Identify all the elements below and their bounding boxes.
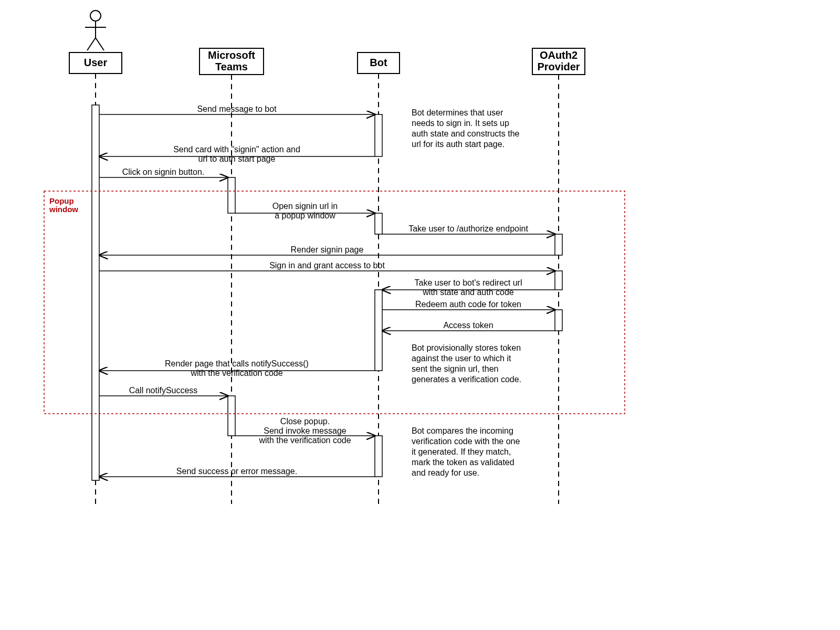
- activation-bot-4: [375, 436, 382, 477]
- note-3-d: mark the token as validated: [412, 458, 514, 467]
- note-2-c: sent the signin url, then: [412, 364, 498, 373]
- activation-oauth-1: [555, 234, 562, 255]
- msg-click-signin-label: Click on signin button.: [122, 167, 205, 176]
- activation-bot-1: [375, 114, 382, 156]
- msg-open-popup-label-a: Open signin url in: [272, 202, 338, 211]
- note-1-d: url for its auth start page.: [412, 140, 505, 149]
- activation-oauth-3: [555, 310, 562, 331]
- msg-invoke-label-a: Close popup.: [280, 417, 330, 426]
- sequence-diagram: User Microsoft Teams Bot OAuth2 Provider…: [0, 0, 840, 630]
- note-3-a: Bot compares the incoming: [412, 426, 513, 435]
- msg-redeem-label: Redeem auth code for token: [415, 300, 521, 309]
- note-1-a: Bot determines that user: [412, 108, 503, 117]
- msg-notify-page-label-b: with the verification code: [190, 369, 282, 377]
- msg-invoke-label-b: Send invoke message: [264, 426, 346, 435]
- activation-bot-3: [375, 290, 382, 371]
- msg-token-label: Access token: [443, 321, 493, 330]
- popup-label-1: Popup: [49, 196, 74, 205]
- note-3-c: it generated. If they match,: [412, 447, 511, 456]
- msg-grant-access-label: Sign in and grant access to bot: [269, 261, 385, 270]
- note-1-c: auth state and constructs the: [412, 129, 520, 138]
- note-3-e: and ready for use.: [412, 468, 479, 477]
- activation-teams-2: [228, 396, 235, 436]
- popup-window-frame: [44, 191, 625, 414]
- svg-line-3: [87, 38, 96, 50]
- activation-user: [92, 105, 99, 480]
- activation-teams-1: [228, 177, 235, 213]
- popup-label-2: window: [49, 205, 78, 214]
- actor-icon: [85, 10, 106, 50]
- msg-invoke-label-c: with the verification code: [258, 436, 351, 445]
- note-2-a: Bot provisionally stores token: [412, 343, 521, 352]
- participant-oauth-label-2: Provider: [537, 61, 580, 72]
- participant-bot-label: Bot: [370, 57, 387, 68]
- msg-redirect-label-a: Take user to bot's redirect url: [415, 278, 522, 287]
- msg-call-notify-label: Call notifySuccess: [129, 386, 198, 395]
- msg-send-card-label-b: url to auth start page: [198, 154, 276, 163]
- msg-render-signin-label: Render signin page: [291, 245, 364, 254]
- note-3-b: verification code with the one: [412, 437, 520, 446]
- note-1-b: needs to sign in. It sets up: [412, 119, 509, 128]
- msg-open-popup-label-b: a popup window: [275, 211, 335, 220]
- msg-notify-page-label-a: Render page that calls notifySuccess(): [165, 359, 309, 368]
- note-2-d: generates a verification code.: [412, 375, 521, 384]
- participant-oauth-label-1: OAuth2: [540, 49, 578, 61]
- participant-teams-label-1: Microsoft: [208, 49, 255, 61]
- msg-send-message-label: Send message to bot: [197, 104, 277, 113]
- svg-point-0: [90, 10, 101, 21]
- msg-authorize-label: Take user to /authorize endpoint: [408, 224, 528, 233]
- participant-user-label: User: [84, 57, 108, 68]
- msg-send-card-label-a: Send card with "signin" action and: [173, 145, 300, 154]
- msg-redirect-label-b: with state and auth code: [422, 288, 514, 297]
- participant-teams-label-2: Teams: [215, 61, 248, 72]
- msg-result-label: Send success or error message.: [176, 467, 297, 476]
- svg-line-4: [96, 38, 104, 50]
- activation-bot-2: [375, 213, 382, 234]
- activation-oauth-2: [555, 271, 562, 290]
- note-2-b: against the user to which it: [412, 354, 511, 363]
